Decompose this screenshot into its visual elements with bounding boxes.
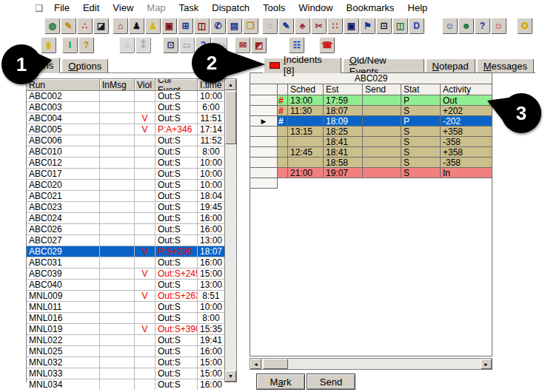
- scroll-down-icon[interactable]: ▼: [225, 371, 236, 382]
- scroll-up-icon[interactable]: ▲: [225, 79, 236, 90]
- checklist-button[interactable]: ☷: [289, 37, 304, 53]
- area-edit-button[interactable]: ◪: [93, 18, 109, 34]
- pages-button[interactable]: ❐: [243, 18, 258, 34]
- incidents-horizontal-scrollbar[interactable]: ◄ ►: [250, 358, 492, 370]
- menu-bookmarks[interactable]: Bookmarks: [340, 0, 401, 16]
- menu-map[interactable]: Map: [140, 0, 172, 16]
- vehicle-window-button[interactable]: ▣: [161, 18, 177, 34]
- points-edit-button[interactable]: ∴: [77, 18, 93, 34]
- run-row[interactable]: MNL032Out:S15:00: [27, 357, 224, 368]
- run-row[interactable]: MNL019VOut:S+39015:35: [27, 324, 224, 335]
- monitor-button[interactable]: ⊡: [163, 37, 178, 53]
- tab-incidents[interactable]: Incidents [8]: [263, 57, 341, 73]
- run-row[interactable]: ABC002Out:S10:00: [27, 91, 224, 102]
- schedule-list-button[interactable]: ▤: [227, 18, 242, 34]
- operator-black-hat-button[interactable]: ♟: [129, 18, 144, 34]
- run-row[interactable]: ABC029VP:S+29018:07: [27, 246, 224, 257]
- mark-button[interactable]: Mark: [256, 374, 305, 390]
- incident-cell-stat: S: [401, 147, 441, 157]
- tab-options[interactable]: Options: [61, 58, 108, 72]
- run-row[interactable]: ABC003Out:S6:00: [27, 102, 224, 113]
- monitor-map-button[interactable]: ⊡: [376, 18, 392, 34]
- run-row[interactable]: MNL016Out:S8:00: [27, 313, 224, 324]
- bus-flag-button[interactable]: ⚑: [360, 18, 375, 34]
- run-row[interactable]: ABC004VOut:S11:51: [27, 113, 224, 124]
- run-row[interactable]: MNL011Out:S10:00: [27, 302, 224, 313]
- vehicle-alert-button[interactable]: ◫: [194, 18, 210, 34]
- incident-row[interactable]: #11:3018:07S+202: [250, 106, 492, 116]
- balloon-markers-button[interactable]: ♣: [295, 18, 310, 34]
- menu-edit[interactable]: Edit: [76, 0, 106, 16]
- run-row[interactable]: ABC021Out:S18:04: [27, 191, 224, 202]
- map-user-button[interactable]: ☻: [458, 18, 474, 34]
- route-user-button[interactable]: ☺: [442, 18, 458, 34]
- query-vehicle-button[interactable]: ?: [195, 37, 211, 53]
- incident-row[interactable]: 21:0019:07SIn: [250, 168, 492, 178]
- incident-cell-sched: 21:00: [288, 168, 324, 178]
- run-row[interactable]: MNL025Out:S16:00: [27, 346, 224, 357]
- menu-view[interactable]: View: [106, 0, 140, 16]
- incidents-scrollbar-thumb[interactable]: [263, 359, 288, 369]
- tab-messages[interactable]: Messages: [477, 58, 534, 72]
- menu-dispatch[interactable]: Dispatch: [205, 0, 256, 16]
- menu-help[interactable]: Help: [401, 0, 435, 16]
- phone-vehicle-button[interactable]: ✆: [210, 18, 226, 34]
- run-row[interactable]: ABC012Out:S10:00: [27, 158, 224, 169]
- vehicle-query-button[interactable]: ?: [475, 18, 490, 34]
- route-edit-button[interactable]: ✎: [278, 18, 294, 34]
- incident-row[interactable]: #13:0017:59POut: [250, 95, 492, 106]
- letter-d-button[interactable]: D: [409, 18, 424, 34]
- phone-clock-button[interactable]: ☎: [319, 37, 335, 53]
- menu-tools[interactable]: Tools: [256, 0, 292, 16]
- run-row[interactable]: ABC039VOut:S+24515:00: [27, 268, 224, 280]
- depot-button[interactable]: ⌂: [113, 18, 128, 34]
- run-row[interactable]: ABC024Out:S16:00: [27, 213, 224, 224]
- help-button[interactable]: ?: [78, 37, 94, 53]
- scroll-left-icon[interactable]: ◄: [250, 359, 261, 369]
- menu-task[interactable]: Task: [173, 0, 206, 16]
- run-row[interactable]: ABC026Out:S16:00: [27, 224, 224, 235]
- scroll-right-icon[interactable]: ►: [481, 359, 492, 369]
- operator-yellow-hat-button[interactable]: ♟: [145, 18, 161, 34]
- run-row[interactable]: MNL022Out:S19:41: [27, 335, 224, 346]
- run-row[interactable]: ABC040Out:S13:00: [27, 280, 224, 291]
- stop-pair-button[interactable]: ∷: [327, 18, 343, 34]
- run-row[interactable]: MNL033Out:S15:00: [27, 368, 224, 379]
- menu-window[interactable]: Window: [292, 0, 339, 16]
- run-row[interactable]: ABC017Out:S10:00: [27, 169, 224, 180]
- runs-scrollbar-thumb[interactable]: [225, 91, 236, 144]
- route-dots-button[interactable]: ◌: [262, 18, 278, 34]
- run-row[interactable]: ABC006Out:S11:52: [27, 135, 224, 146]
- globe-button[interactable]: ◍: [44, 18, 60, 34]
- run-row[interactable]: ABC031Out:S16:00: [27, 257, 224, 268]
- run-row[interactable]: ABC005VP:A+34617:14: [27, 124, 224, 135]
- incident-row[interactable]: 18:41S-358: [250, 137, 492, 147]
- run-row[interactable]: ABC027Out:S13:00: [27, 235, 224, 246]
- runs-vertical-scrollbar[interactable]: ▲ ▼: [224, 79, 236, 382]
- map-edit-button[interactable]: ✎: [61, 18, 76, 34]
- run-row[interactable]: MNL034Out:S16:00: [27, 379, 224, 390]
- vehicle-tree-button[interactable]: ◫: [392, 18, 408, 34]
- tab-old-new-events[interactable]: Old/New Events: [343, 58, 424, 72]
- send-button[interactable]: Send: [307, 374, 355, 390]
- erase-book-button[interactable]: ◩: [251, 37, 267, 53]
- incident-row[interactable]: 13:1518:25S+358: [250, 126, 492, 137]
- incident-row[interactable]: ▶#18:09P-202: [250, 116, 492, 126]
- exit-door-button[interactable]: ▮: [41, 37, 56, 53]
- run-row[interactable]: MNL009VOut:S+2638:51: [27, 291, 224, 302]
- tab-runs[interactable]: Runs: [24, 57, 60, 73]
- menu-file[interactable]: File: [47, 0, 76, 16]
- incident-row[interactable]: 18:58S-358: [250, 158, 492, 168]
- run-row[interactable]: ABC010Out:S8:00: [27, 146, 224, 158]
- incident-row[interactable]: 12:4518:41S+358: [250, 147, 492, 158]
- compose-message-button[interactable]: ✉: [235, 37, 250, 53]
- run-row[interactable]: ABC023Out:S19:45: [27, 202, 224, 213]
- info-button[interactable]: I: [62, 37, 78, 53]
- bus-front-button[interactable]: ▣: [344, 18, 359, 34]
- vehicle-cascade-button[interactable]: ⊞: [178, 18, 193, 34]
- user-vehicle-button[interactable]: ☺: [491, 18, 506, 34]
- tab-notepad[interactable]: Notepad: [426, 58, 475, 72]
- cut-stops-button[interactable]: ✂: [311, 18, 327, 34]
- pushpin-button[interactable]: ✪: [517, 18, 532, 34]
- run-row[interactable]: ABC020Out:S10:00: [27, 180, 224, 191]
